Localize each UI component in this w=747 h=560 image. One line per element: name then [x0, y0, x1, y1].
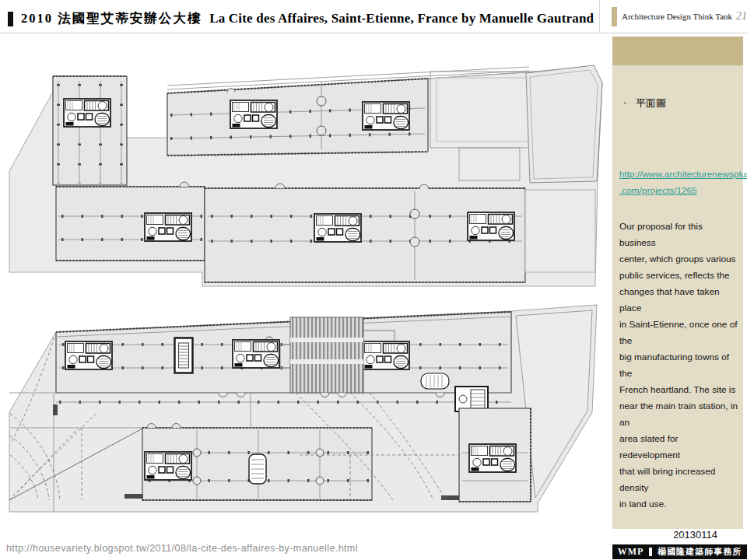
project-link-line2[interactable]: .com/projects/1265 [619, 183, 740, 199]
project-link[interactable]: http://www.architecturenewsplus .com/pro… [619, 166, 740, 199]
project-description: Our proposal for this business center, w… [619, 219, 740, 513]
description-line: public services, reflects the [619, 268, 740, 284]
title-marker-bar [8, 12, 13, 26]
description-line: area slated for redevelopment [619, 431, 740, 464]
description-line: in Saint-Etienne, once one of the [619, 317, 740, 349]
floor-plan-upper [4, 64, 605, 292]
description-line: French heartland. The site is [619, 382, 740, 398]
title-english: La Cite des Affaires, Saint-Etienne, Fra… [209, 11, 594, 26]
sidebar-top-strip [612, 37, 743, 65]
floor-plan-lower-svg [4, 288, 605, 515]
brand-header: Architecture Design Think Tank 21 [612, 0, 747, 33]
project-link-line1[interactable]: http://www.architecturenewsplus [619, 166, 740, 183]
section-label: 平面圖 [636, 96, 666, 110]
brand-name: Architecture Design Think Tank [622, 12, 732, 21]
description-line: in land use. [619, 496, 740, 513]
description-line: big manufacturing towns of the [619, 349, 740, 382]
section-label-row: ・ 平面圖 [619, 96, 740, 110]
firm-bar: WMP 楊國隆建築師事務所 [612, 544, 747, 559]
bullet-icon: ・ [621, 98, 629, 109]
page-title: 2010 法國聖艾蒂安辦公大樓 La Cite des Affaires, Sa… [8, 10, 594, 27]
description-line: near the main train station, in an [619, 398, 740, 431]
description-line: changes that have taken place [619, 284, 740, 317]
header-separator [599, 0, 600, 33]
source-url: http://housevariety.blogspot.tw/2011/08/… [6, 543, 358, 554]
title-chinese: 2010 法國聖艾蒂安辦公大樓 [21, 10, 202, 27]
floor-plan-upper-svg [4, 64, 605, 289]
floor-plan-lower [4, 288, 605, 518]
description-line: Our proposal for this business [619, 219, 740, 251]
sidebar: ・ 平面圖 http://www.architecturenewsplus .c… [612, 37, 743, 529]
firm-divider-bar [649, 548, 652, 556]
header-rule [0, 33, 747, 33]
date-stamp: 20130114 [612, 529, 717, 541]
page-number: 21 [736, 10, 747, 23]
slide: 2010 法國聖艾蒂安辦公大樓 La Cite des Affaires, Sa… [0, 0, 747, 560]
sidebar-body: ・ 平面圖 http://www.architecturenewsplus .c… [612, 65, 743, 513]
brand-accent-bar [612, 7, 617, 26]
description-line: center, which groups various [619, 251, 740, 268]
firm-initials: WMP [618, 546, 644, 558]
firm-name: 楊國隆建築師事務所 [658, 546, 742, 558]
description-line: that will bring increased density [619, 464, 740, 496]
